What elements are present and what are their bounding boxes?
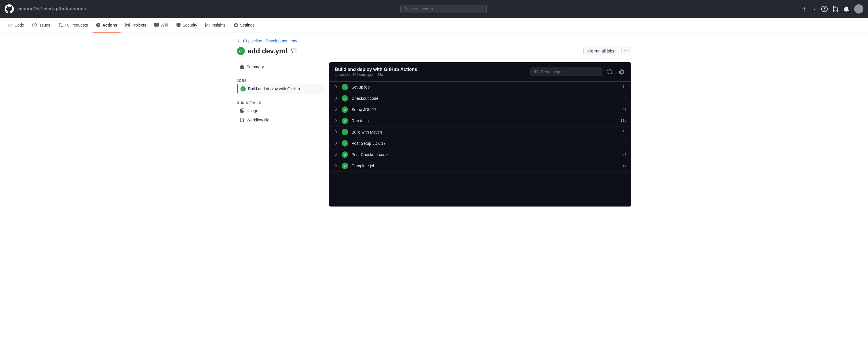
nav-issues[interactable]: Issues	[29, 18, 53, 33]
bell-icon[interactable]	[843, 6, 849, 12]
log-row[interactable]: Build with Maven 6s	[329, 127, 631, 138]
username[interactable]: canhnd15	[17, 6, 39, 11]
nav-projects-label: Projects	[131, 23, 146, 27]
clock-icon	[240, 109, 244, 113]
summary-label: Summary	[247, 65, 264, 69]
reponame[interactable]: cicd-github-actions	[43, 6, 86, 11]
nav-settings[interactable]: Settings	[230, 18, 258, 33]
nav-security[interactable]: Security	[173, 18, 201, 33]
sidebar-divider-2	[237, 96, 324, 96]
more-options-button[interactable]	[621, 47, 631, 55]
top-nav: canhnd15 / cicd-github-actions	[0, 0, 868, 18]
top-nav-actions	[801, 4, 863, 13]
log-title: Build and deploy with GitHub Actions	[335, 67, 417, 72]
row-chevron-icon	[334, 96, 338, 101]
log-header-info: Build and deploy with GitHub Actions suc…	[335, 67, 417, 77]
refresh-button[interactable]	[606, 68, 614, 76]
row-name: Post Checkout code	[351, 152, 619, 157]
log-row[interactable]: Setup JDK 17 4s	[329, 104, 631, 115]
search-area	[90, 5, 798, 13]
run-details-section-label: Run details	[237, 99, 324, 106]
row-name: Post Setup JDK 17	[351, 141, 619, 146]
sidebar-job-build-deploy[interactable]: Build and deploy with GitHub ...	[237, 84, 324, 94]
plus-icon[interactable]	[801, 6, 807, 12]
log-row[interactable]: Post Checkout code 0s	[329, 149, 631, 160]
usage-label: Usage	[247, 109, 258, 113]
chevron-down-icon[interactable]	[812, 7, 817, 11]
row-status-icon	[342, 163, 348, 169]
avatar[interactable]	[854, 4, 863, 13]
row-chevron-icon	[334, 129, 338, 135]
refresh-icon	[607, 69, 613, 75]
row-status-icon	[342, 84, 348, 90]
row-chevron-icon	[334, 85, 338, 90]
row-name: Set up job	[351, 85, 619, 89]
nav-pullrequests[interactable]: Pull requests	[55, 18, 91, 33]
row-chevron-icon	[334, 152, 338, 157]
row-name: Complete job	[351, 163, 619, 168]
nav-wiki[interactable]: Wiki	[151, 18, 172, 33]
issue-circle-icon[interactable]	[821, 6, 828, 12]
github-logo[interactable]	[5, 4, 14, 13]
nav-insights[interactable]: Insights	[202, 18, 229, 33]
log-header: Build and deploy with GitHub Actions suc…	[329, 62, 631, 82]
row-chevron-icon	[334, 163, 338, 169]
breadcrumb-label: CI pipeline - Development env	[243, 39, 297, 43]
log-row[interactable]: Run tests 11s	[329, 115, 631, 127]
row-status-icon	[342, 129, 348, 135]
row-time: 4s	[623, 108, 627, 112]
log-settings-button[interactable]	[617, 68, 625, 76]
separator: /	[41, 6, 42, 11]
log-rows-container: Set up job 1s Checkout code 0s	[329, 82, 631, 172]
sidebar-divider-1	[237, 74, 324, 74]
row-time: 0s	[623, 153, 627, 157]
row-time: 6s	[623, 130, 627, 134]
title-actions: Re-run all jobs	[583, 47, 631, 55]
nav-settings-label: Settings	[240, 23, 255, 27]
log-row[interactable]: Complete job 0s	[329, 160, 631, 172]
page-title-row: add dev.yml #1 Re-run all jobs	[237, 47, 631, 55]
sidebar-usage[interactable]: Usage	[237, 106, 324, 115]
git-pull-request-icon[interactable]	[832, 6, 839, 12]
page-title: add dev.yml #1	[237, 47, 298, 55]
row-name: Run tests	[351, 119, 617, 123]
repo-breadcrumb: canhnd15 / cicd-github-actions	[17, 6, 86, 11]
log-panel: Build and deploy with GitHub Actions suc…	[329, 62, 631, 207]
log-row[interactable]: Set up job 1s	[329, 82, 631, 93]
sidebar: Summary Jobs Build and deploy with GitHu…	[237, 62, 329, 207]
log-search-box[interactable]	[530, 67, 602, 76]
row-time: 0s	[623, 141, 627, 145]
row-status-icon	[342, 151, 348, 158]
log-search-input[interactable]	[541, 69, 599, 74]
nav-actions[interactable]: Actions	[93, 18, 121, 33]
page-content: CI pipeline - Development env add dev.ym…	[232, 33, 636, 212]
nav-wiki-label: Wiki	[161, 23, 168, 27]
log-header-actions	[530, 67, 625, 76]
ellipsis-icon	[624, 49, 629, 53]
search-input[interactable]	[400, 5, 487, 13]
rerun-all-button[interactable]: Re-run all jobs	[583, 47, 619, 55]
home-icon	[240, 65, 244, 69]
nav-code[interactable]: Code	[5, 18, 27, 33]
log-row[interactable]: Post Setup JDK 17 0s	[329, 138, 631, 149]
row-name: Build with Maven	[351, 130, 619, 134]
job-label: Build and deploy with GitHub ...	[248, 87, 304, 91]
breadcrumb[interactable]: CI pipeline - Development env	[237, 39, 631, 43]
nav-projects[interactable]: Projects	[122, 18, 150, 33]
row-status-icon	[342, 118, 348, 124]
log-subtitle: succeeded 10 hours ago in 23s	[335, 73, 417, 77]
workflow-file-label: Workflow file	[247, 118, 269, 122]
row-name: Setup JDK 17	[351, 107, 619, 112]
row-chevron-icon	[334, 118, 338, 124]
row-status-icon	[342, 140, 348, 147]
jobs-section-label: Jobs	[237, 77, 324, 84]
nav-insights-label: Insights	[212, 23, 225, 27]
log-row[interactable]: Checkout code 0s	[329, 93, 631, 104]
nav-issues-label: Issues	[38, 23, 50, 27]
sidebar-workflow-file[interactable]: Workflow file	[237, 115, 324, 125]
sidebar-summary[interactable]: Summary	[237, 62, 324, 71]
row-chevron-icon	[334, 141, 338, 146]
row-status-icon	[342, 95, 348, 101]
gear-icon	[619, 69, 624, 75]
row-time: 0s	[623, 164, 627, 168]
